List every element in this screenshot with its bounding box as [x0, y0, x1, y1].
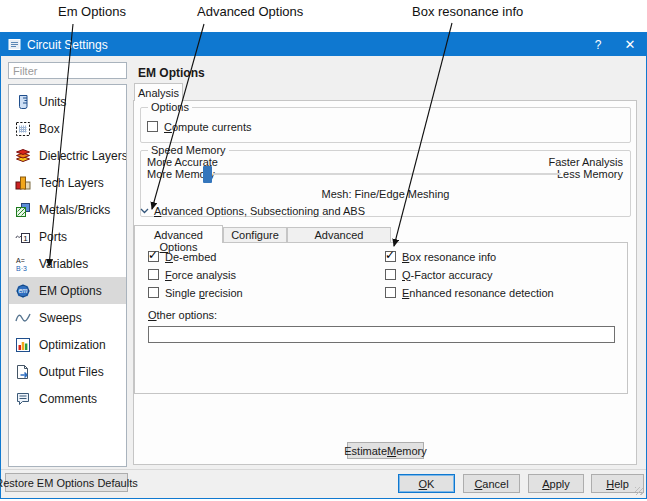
comments-icon: [15, 391, 31, 407]
other-options-input[interactable]: [148, 326, 615, 343]
compute-currents-row[interactable]: Compute currents: [147, 120, 251, 133]
resize-grip[interactable]: [635, 487, 643, 495]
analysis-tab-page: Options Compute currents Speed Memory Mo…: [133, 100, 637, 465]
titlebar-close-button[interactable]: ✕: [614, 33, 646, 56]
sidebar-item-ports[interactable]: 1 Ports: [9, 223, 126, 250]
single-precision-checkbox[interactable]: [148, 287, 159, 298]
speed-memory-slider-track[interactable]: [213, 173, 561, 175]
annotation-em-options: Em Options: [58, 4, 126, 19]
output-files-icon: [15, 364, 31, 380]
advanced-options-panel: De-embed Force analysis Single precision…: [134, 242, 628, 394]
advanced-expander[interactable]: Advanced Options, Subsectioning and ABS: [140, 205, 365, 217]
restore-defaults-button[interactable]: Restore EM Options Defaults: [5, 473, 128, 492]
force-analysis-row[interactable]: Force analysis: [148, 268, 236, 281]
q-factor-accuracy-checkbox[interactable]: [385, 269, 396, 280]
dielectric-layers-icon: [15, 148, 31, 164]
sweeps-icon: [15, 310, 31, 326]
sidebar-item-sweeps[interactable]: Sweeps: [9, 304, 126, 331]
options-group-title: Options: [148, 101, 192, 113]
variables-icon: A= B·3: [15, 256, 31, 272]
window-title: Circuit Settings: [27, 38, 108, 52]
svg-text:em: em: [18, 287, 28, 294]
annotation-box-resonance: Box resonance info: [412, 4, 523, 19]
apply-button[interactable]: Apply: [528, 474, 584, 493]
svg-text:B·3: B·3: [16, 264, 27, 271]
speed-memory-slider-handle[interactable]: [203, 166, 212, 183]
cancel-button[interactable]: Cancel: [463, 474, 520, 493]
ports-icon: 1: [15, 229, 31, 245]
annotation-advanced-options: Advanced Options: [197, 4, 303, 19]
em-options-icon: em: [15, 283, 31, 299]
de-embed-checkbox[interactable]: [148, 251, 159, 262]
ok-button[interactable]: OK: [398, 474, 455, 493]
sidebar-list: Units Box Dielectric Layers: [8, 84, 127, 467]
sidebar-item-box[interactable]: Box: [9, 115, 126, 142]
screenshot-root: Em Options Advanced Options Box resonanc…: [0, 0, 647, 501]
circuit-settings-dialog: Circuit Settings ? ✕ Units Box: [0, 32, 647, 499]
units-icon: [15, 94, 31, 110]
page-title: EM Options: [138, 66, 205, 80]
optimization-icon: [15, 337, 31, 353]
tech-layers-icon: [15, 175, 31, 191]
filter-input[interactable]: [8, 62, 127, 79]
svg-text:A=: A=: [16, 256, 25, 263]
titlebar[interactable]: Circuit Settings ? ✕: [1, 33, 646, 56]
tab-analysis[interactable]: Analysis: [134, 83, 183, 101]
force-analysis-checkbox[interactable]: [148, 269, 159, 280]
enhanced-resonance-row[interactable]: Enhanced resonance detection: [385, 286, 554, 299]
sidebar-item-em-options[interactable]: em EM Options: [9, 277, 126, 304]
mesh-status-label: Mesh: Fine/Edge Meshing: [141, 188, 630, 200]
box-icon: [15, 121, 31, 137]
sidebar-item-variables[interactable]: A= B·3 Variables: [9, 250, 126, 277]
svg-text:1: 1: [23, 233, 28, 242]
estimate-memory-button[interactable]: Estimate Memory: [347, 442, 424, 459]
sidebar-item-metals-bricks[interactable]: Metals/Bricks: [9, 196, 126, 223]
sidebar-item-optimization[interactable]: Optimization: [9, 331, 126, 358]
speed-memory-group-title: Speed Memory: [148, 144, 229, 156]
sidebar-item-tech-layers[interactable]: Tech Layers: [9, 169, 126, 196]
tab-configure-abs[interactable]: Configure ABS: [223, 227, 287, 243]
sidebar-item-dielectric-layers[interactable]: Dielectric Layers: [9, 142, 126, 169]
single-precision-row[interactable]: Single precision: [148, 286, 243, 299]
enhanced-resonance-checkbox[interactable]: [385, 287, 396, 298]
tab-advanced-options[interactable]: Advanced Options: [134, 225, 223, 243]
sidebar-item-comments[interactable]: Comments: [9, 385, 126, 412]
sidebar-item-units[interactable]: Units: [9, 88, 126, 115]
box-resonance-info-checkbox[interactable]: [385, 251, 396, 262]
compute-currents-checkbox[interactable]: [147, 121, 158, 132]
other-options-label: Other options:: [148, 309, 217, 321]
app-icon: [8, 38, 21, 51]
box-resonance-info-row[interactable]: Box resonance info: [385, 250, 496, 263]
options-group: Options Compute currents: [140, 107, 631, 143]
footer-separator: [1, 469, 646, 470]
q-factor-accuracy-row[interactable]: Q-Factor accuracy: [385, 268, 492, 281]
chevron-down-icon: [140, 208, 149, 214]
compute-currents-label: Compute currents: [164, 121, 251, 133]
metals-bricks-icon: [15, 202, 31, 218]
slider-right-labels: Faster Analysis Less Memory: [548, 157, 623, 180]
titlebar-help-button[interactable]: ?: [582, 33, 614, 56]
advanced-expander-label: Advanced Options, Subsectioning and ABS: [154, 205, 365, 217]
tab-advanced-subsectioning[interactable]: Advanced Subsectioning: [287, 227, 391, 243]
sidebar-item-output-files[interactable]: Output Files: [9, 358, 126, 385]
